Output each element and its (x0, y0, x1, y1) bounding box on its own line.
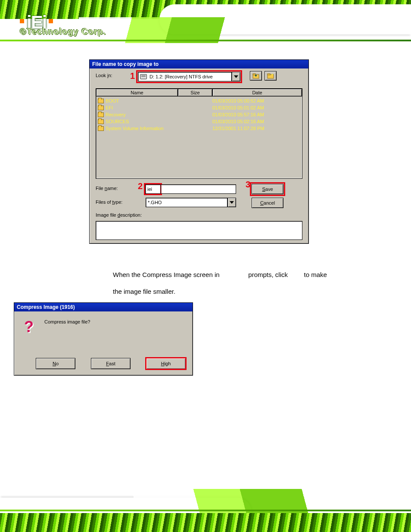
brand-logo: iEi ®Technology Corp. (19, 12, 54, 33)
question-icon: ? (20, 318, 37, 336)
compress-image-dialog: Compress Image (1916) ? Compress image f… (14, 302, 193, 376)
file-list-header: Name Size Date (96, 89, 302, 96)
svg-rect-3 (268, 74, 270, 75)
column-name[interactable]: Name (96, 89, 178, 96)
new-folder-button[interactable] (265, 71, 277, 81)
files-of-type-combo[interactable]: *.GHO (146, 198, 227, 207)
files-of-type-dropdown-button[interactable] (227, 198, 236, 207)
file-name-input[interactable] (145, 184, 161, 194)
list-item[interactable]: System Volume Information 12/31/2001 11:… (98, 125, 300, 132)
brand-tagline: ®Technology Corp. (20, 27, 106, 37)
chevron-down-icon (234, 75, 238, 78)
save-button[interactable]: Save (252, 184, 283, 194)
look-in-value: D: 1.2: [Recovery] NTFS drive (149, 74, 213, 79)
chevron-down-icon (230, 201, 234, 204)
fast-button[interactable]: Fast (91, 358, 131, 369)
high-button[interactable]: High (146, 358, 186, 369)
new-folder-icon (267, 73, 274, 79)
dialog-message: Compress image file? (44, 319, 90, 324)
up-one-level-button[interactable] (250, 71, 262, 81)
folder-icon (98, 106, 104, 110)
no-button[interactable]: No (36, 358, 75, 369)
image-description-input[interactable] (96, 221, 302, 240)
cancel-button[interactable]: Cancel (252, 198, 283, 208)
list-item[interactable]: Recovery 01/03/2010 05:57:16 AM (98, 111, 300, 118)
page-header-decor: iEi ®Technology Corp. (0, 0, 411, 52)
look-in-combo[interactable]: D: 1.2: [Recovery] NTFS drive (138, 72, 232, 81)
column-date[interactable]: Date (212, 89, 302, 96)
brand-name: iEi (27, 12, 46, 33)
files-of-type-label: Files of type: (96, 199, 122, 205)
save-image-dialog: File name to copy image to 1 Look in: D:… (89, 59, 309, 244)
drive-icon (140, 74, 147, 79)
dialog-title: File name to copy image to (90, 60, 308, 68)
files-of-type-value: *.GHO (148, 200, 162, 205)
folder-icon (98, 119, 104, 124)
instruction-text: When the Compress Image screen in prompt… (113, 266, 346, 300)
file-list[interactable]: Name Size Date BOOT 01/03/2010 05:00:52 … (96, 88, 302, 179)
annotation-2: 2 (138, 181, 143, 191)
annotation-3: 3 (246, 180, 250, 190)
look-in-dropdown-button[interactable] (232, 72, 240, 81)
list-item[interactable]: EFI 01/03/2010 05:01:02 AM (98, 104, 300, 111)
image-description-label: Image file description: (96, 212, 142, 218)
folder-icon (98, 126, 104, 131)
column-size[interactable]: Size (178, 89, 212, 96)
list-item[interactable]: BOOT 01/03/2010 05:00:52 AM (98, 97, 300, 104)
svg-rect-1 (253, 74, 255, 75)
look-in-label: Look in: (96, 73, 112, 78)
file-name-input-ext[interactable] (161, 184, 236, 194)
page-footer-decor (0, 485, 411, 532)
annotation-1: 1 (130, 71, 135, 81)
file-name-label: File name: (96, 186, 118, 191)
folder-icon (98, 99, 104, 103)
folder-icon (98, 112, 104, 117)
folder-up-icon (252, 73, 259, 79)
list-item[interactable]: SOURCES 01/03/2010 05:02:16 AM (98, 118, 300, 125)
dialog-title: Compress Image (1916) (14, 303, 193, 311)
